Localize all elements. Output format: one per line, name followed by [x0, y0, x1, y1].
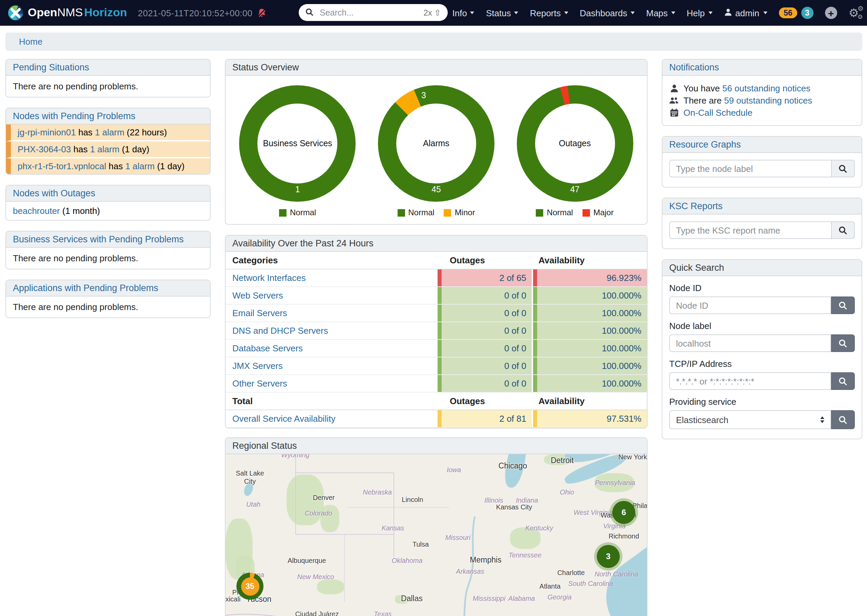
availability-row: Database Servers 0 of 0 100.000%: [225, 340, 647, 357]
category-link[interactable]: Database Servers: [232, 343, 303, 354]
resource-graphs-node-input[interactable]: [669, 160, 832, 178]
node-link[interactable]: PHX-3064-03: [17, 144, 71, 154]
notifications-title[interactable]: Notifications: [669, 62, 719, 72]
shift-icon: ⇧: [434, 8, 441, 17]
ksc-report-name-input[interactable]: [669, 222, 832, 239]
user-notices-link[interactable]: 56 outstanding notices: [722, 83, 810, 93]
availability-row: Email Servers 0 of 0 100.000%: [225, 305, 647, 322]
ksc-reports-panel: KSC Reports: [662, 198, 862, 249]
regional-status-map[interactable]: WyomingSalt Lake CityUtahDenverColoradoN…: [225, 454, 647, 616]
admin-gears-icon[interactable]: ⚙⚙⚙: [849, 7, 859, 19]
right-column: Notifications You have 56 outstanding no…: [662, 59, 862, 449]
category-link[interactable]: Other Servers: [232, 379, 287, 388]
search-input[interactable]: [318, 7, 419, 18]
search-shortcut-hint: 2x⇧: [424, 8, 441, 17]
nav-menu-item[interactable]: Maps: [646, 8, 675, 18]
donut-alarms: Alarms 45 3 NormalMinor: [370, 85, 503, 217]
tcpip-search-button[interactable]: [831, 372, 855, 390]
node-link[interactable]: jg-rpi-minion01: [17, 127, 76, 137]
category-link[interactable]: Web Servers: [232, 291, 283, 300]
pending-situations-panel: Pending Situations There are no pending …: [5, 59, 211, 97]
availability-row: DNS and DHCP Servers 0 of 0 100.000%: [225, 322, 647, 340]
center-column: Status Overview Business Services 1 Norm…: [225, 59, 648, 616]
tcpip-address-input[interactable]: [669, 372, 831, 390]
ksc-reports-title[interactable]: KSC Reports: [669, 201, 723, 211]
status-overview-title: Status Overview: [232, 62, 299, 72]
providing-service-search-button[interactable]: [831, 410, 855, 429]
ksc-reports-search-button[interactable]: [832, 222, 855, 239]
availability-cell: 97.531%: [533, 410, 647, 427]
global-search-bar[interactable]: 2x⇧: [299, 4, 448, 21]
outages-donut-chart[interactable]: Outages 47: [516, 85, 633, 202]
tcpip-address-label: TCP/IP Address: [669, 359, 855, 369]
nav-menu-item[interactable]: Dashboards: [580, 8, 635, 18]
outages-cell: 0 of 0: [437, 305, 532, 322]
brand[interactable]: OpenNMSHorizon: [8, 5, 127, 20]
category-link[interactable]: Email Servers: [232, 308, 287, 318]
node-label-search-button[interactable]: [831, 335, 855, 352]
pending-problem-row: phx-r1-r5-tor1.vpnlocal has 1 alarm (1 d…: [6, 159, 210, 174]
outage-row: beachrouter (1 month): [6, 202, 210, 220]
pending-situations-title[interactable]: Pending Situations: [13, 62, 89, 72]
nav-menu-item[interactable]: Status: [486, 8, 519, 18]
notifications-off-bell-slash-icon[interactable]: [256, 8, 266, 18]
category-link[interactable]: Overall Service Availability: [232, 413, 335, 424]
minor-slice-count: 3: [421, 91, 426, 100]
alarm-link[interactable]: 1 alarm: [95, 127, 124, 137]
business-services-title[interactable]: Business Services with Pending Problems: [13, 234, 184, 244]
alarms-donut-chart[interactable]: Alarms 45 3: [378, 85, 494, 202]
map-cluster-marker[interactable]: 3: [597, 545, 620, 568]
donut-business-services: Business Services 1 Normal: [231, 85, 364, 217]
alarm-link[interactable]: 1 alarm: [90, 144, 120, 154]
donut-label: Alarms: [378, 139, 494, 148]
alarm-link[interactable]: 1 alarm: [125, 161, 155, 171]
donut-count: 47: [516, 185, 633, 194]
nodes-with-outages-title[interactable]: Nodes with Outages: [13, 188, 95, 198]
availability-cell: 96.923%: [533, 269, 647, 286]
category-link[interactable]: DNS and DHCP Servers: [232, 325, 328, 336]
providing-service-select[interactable]: Elasticsearch: [669, 410, 831, 429]
availability-cell: 100.000%: [533, 340, 647, 357]
node-label-input[interactable]: [669, 335, 831, 352]
map-cluster-marker[interactable]: 35: [236, 573, 263, 600]
category-link[interactable]: Network Interfaces: [232, 273, 306, 283]
all-notices-link[interactable]: 59 outstanding notices: [724, 96, 812, 105]
donut-count: 45: [378, 185, 494, 194]
category-link[interactable]: JMX Servers: [232, 361, 283, 371]
nav-menu-item[interactable]: Help: [687, 8, 713, 18]
on-call-schedule-link[interactable]: On-Call Schedule: [683, 108, 752, 118]
availability-row: Overall Service Availability 2 of 81 97.…: [225, 410, 647, 428]
quick-search-panel: Quick Search Node ID Node label: [662, 259, 862, 439]
nav-menu-item[interactable]: Info: [452, 8, 475, 18]
nodes-pending-problems-title[interactable]: Nodes with Pending Problems: [13, 111, 135, 121]
left-column: Pending Situations There are no pending …: [5, 59, 211, 328]
users-icon: [669, 96, 679, 105]
resource-graphs-title[interactable]: Resource Graphs: [669, 140, 741, 149]
notification-count-badge[interactable]: 3: [801, 7, 814, 19]
resource-graphs-search-button[interactable]: [832, 160, 855, 178]
user-menu[interactable]: admin: [724, 8, 768, 18]
select-arrows-icon: [820, 416, 825, 423]
legend-item: Normal: [279, 208, 316, 217]
donut-label: Business Services: [239, 139, 356, 148]
notification-count-badge[interactable]: 56: [779, 8, 797, 18]
business-services-donut-chart[interactable]: Business Services 1: [239, 85, 356, 202]
availability-row: Other Servers 0 of 0 100.000%: [225, 375, 647, 393]
map-cluster-marker[interactable]: 6: [612, 501, 635, 524]
availability-row: Network Interfaces 2 of 65 96.923%: [225, 269, 647, 287]
node-id-search-button[interactable]: [831, 297, 855, 314]
outages-cell: 2 of 81: [437, 410, 532, 427]
applications-title[interactable]: Applications with Pending Problems: [13, 283, 158, 293]
breadcrumb-home-link[interactable]: Home: [19, 36, 42, 47]
availability-table-header: Categories Outages Availability: [225, 252, 647, 269]
add-button[interactable]: +: [825, 7, 837, 19]
availability-cell: 100.000%: [533, 375, 647, 392]
outages-cell: 0 of 0: [437, 340, 532, 357]
availability-row: Web Servers 0 of 0 100.000%: [225, 287, 647, 305]
node-link[interactable]: beachrouter: [13, 206, 60, 216]
legend-item: Major: [582, 208, 614, 217]
donut-outages: Outages 47 NormalMajor: [508, 85, 641, 217]
node-link[interactable]: phx-r1-r5-tor1.vpnlocal: [17, 161, 106, 171]
node-id-input[interactable]: [669, 297, 831, 314]
nav-menu-item[interactable]: Reports: [530, 8, 568, 18]
